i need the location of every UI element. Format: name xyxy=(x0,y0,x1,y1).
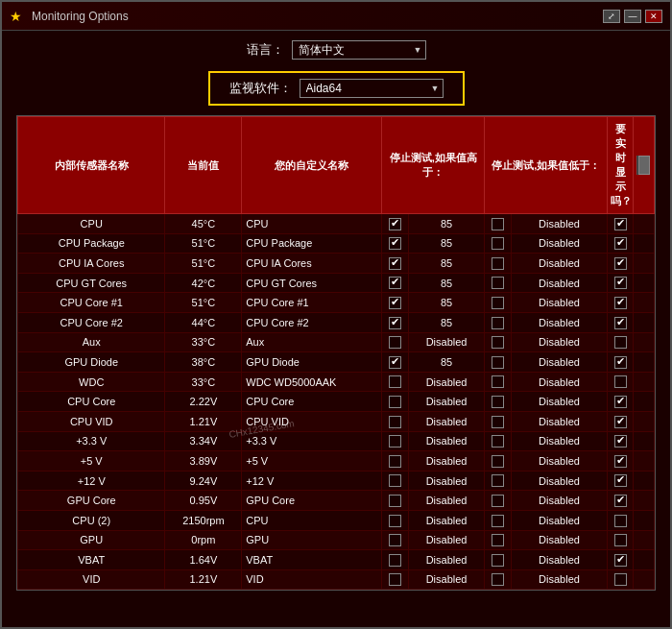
custom-name[interactable]: +12 V xyxy=(242,471,382,491)
realtime-cb[interactable] xyxy=(607,530,634,550)
checkbox[interactable] xyxy=(614,237,627,250)
realtime-cb[interactable] xyxy=(607,372,634,392)
stop-high-cb[interactable] xyxy=(382,293,409,313)
stop-low-cb[interactable] xyxy=(485,451,512,472)
custom-name[interactable]: CPU Core xyxy=(242,392,382,412)
stop-low-cb[interactable] xyxy=(485,214,512,234)
checkbox[interactable] xyxy=(614,375,627,388)
checkbox[interactable] xyxy=(492,277,504,289)
checkbox[interactable] xyxy=(389,257,401,270)
realtime-cb[interactable] xyxy=(607,352,634,373)
custom-name[interactable]: CPU xyxy=(242,214,382,234)
realtime-cb[interactable] xyxy=(607,510,634,530)
custom-name[interactable]: +3.3 V xyxy=(242,431,382,451)
checkbox[interactable] xyxy=(614,455,627,468)
checkbox[interactable] xyxy=(492,435,504,448)
checkbox[interactable] xyxy=(492,416,504,428)
checkbox[interactable] xyxy=(389,317,401,329)
custom-name[interactable]: WDC WD5000AAK xyxy=(242,372,382,392)
realtime-cb[interactable] xyxy=(607,254,634,274)
stop-high-cb[interactable] xyxy=(382,550,409,570)
checkbox[interactable] xyxy=(389,515,401,527)
stop-low-cb[interactable] xyxy=(485,491,512,511)
checkbox[interactable] xyxy=(389,474,401,487)
checkbox[interactable] xyxy=(492,495,504,507)
language-select[interactable]: 简体中文 xyxy=(292,40,426,60)
stop-high-cb[interactable] xyxy=(382,411,409,431)
stop-low-cb[interactable] xyxy=(485,510,512,530)
stop-low-cb[interactable] xyxy=(485,471,512,491)
stop-low-cb[interactable] xyxy=(485,392,512,412)
custom-name[interactable]: GPU xyxy=(242,530,382,550)
realtime-cb[interactable] xyxy=(607,312,634,332)
checkbox[interactable] xyxy=(389,435,401,448)
realtime-cb[interactable] xyxy=(607,569,634,590)
custom-name[interactable]: CPU Core #2 xyxy=(242,312,382,332)
stop-low-cb[interactable] xyxy=(485,293,512,313)
checkbox[interactable] xyxy=(492,396,504,408)
minimize-button[interactable]: — xyxy=(624,10,641,23)
custom-name[interactable]: VID xyxy=(242,569,382,590)
checkbox[interactable] xyxy=(389,416,401,428)
custom-name[interactable]: CPU Core #1 xyxy=(242,293,382,313)
realtime-cb[interactable] xyxy=(607,431,634,451)
checkbox[interactable] xyxy=(614,317,627,329)
stop-high-cb[interactable] xyxy=(382,312,409,332)
checkbox[interactable] xyxy=(614,356,627,369)
checkbox[interactable] xyxy=(614,336,627,349)
realtime-cb[interactable] xyxy=(607,550,634,570)
realtime-cb[interactable] xyxy=(607,451,634,472)
checkbox[interactable] xyxy=(614,573,627,586)
stop-high-cb[interactable] xyxy=(382,352,409,373)
stop-high-cb[interactable] xyxy=(382,254,409,274)
checkbox[interactable] xyxy=(492,336,504,349)
checkbox[interactable] xyxy=(492,218,504,230)
stop-low-cb[interactable] xyxy=(485,411,512,431)
checkbox[interactable] xyxy=(614,416,627,428)
checkbox[interactable] xyxy=(389,375,401,388)
custom-name[interactable]: GPU Core xyxy=(242,491,382,511)
checkbox[interactable] xyxy=(389,336,401,349)
checkbox[interactable] xyxy=(389,297,401,309)
custom-name[interactable]: CPU xyxy=(242,510,382,530)
stop-high-cb[interactable] xyxy=(382,530,409,550)
realtime-cb[interactable] xyxy=(607,392,634,412)
realtime-cb[interactable] xyxy=(607,273,634,293)
custom-name[interactable]: Aux xyxy=(242,332,382,352)
checkbox[interactable] xyxy=(614,495,627,507)
checkbox[interactable] xyxy=(492,534,504,546)
custom-name[interactable]: CPU Package xyxy=(242,233,382,254)
stop-high-cb[interactable] xyxy=(382,471,409,491)
checkbox[interactable] xyxy=(492,257,504,270)
checkbox[interactable] xyxy=(614,218,627,230)
stop-low-cb[interactable] xyxy=(485,372,512,392)
checkbox[interactable] xyxy=(389,534,401,546)
custom-name[interactable]: GPU Diode xyxy=(242,352,382,373)
checkbox[interactable] xyxy=(614,435,627,448)
checkbox[interactable] xyxy=(389,554,401,567)
close-button[interactable]: ✕ xyxy=(645,10,662,23)
stop-high-cb[interactable] xyxy=(382,372,409,392)
checkbox[interactable] xyxy=(614,297,627,309)
custom-name[interactable]: +5 V xyxy=(242,451,382,472)
stop-low-cb[interactable] xyxy=(485,273,512,293)
checkbox[interactable] xyxy=(492,554,504,567)
stop-high-cb[interactable] xyxy=(382,491,409,511)
custom-name[interactable]: CPU IA Cores xyxy=(242,254,382,274)
checkbox[interactable] xyxy=(614,554,627,567)
realtime-cb[interactable] xyxy=(607,293,634,313)
realtime-cb[interactable] xyxy=(607,233,634,254)
realtime-cb[interactable] xyxy=(607,214,634,234)
checkbox[interactable] xyxy=(389,356,401,369)
checkbox[interactable] xyxy=(389,455,401,468)
stop-low-cb[interactable] xyxy=(485,312,512,332)
stop-low-cb[interactable] xyxy=(485,352,512,373)
stop-high-cb[interactable] xyxy=(382,233,409,254)
checkbox[interactable] xyxy=(614,396,627,408)
custom-name[interactable]: CPU VID xyxy=(242,411,382,431)
checkbox[interactable] xyxy=(492,573,504,586)
checkbox[interactable] xyxy=(614,534,627,546)
stop-low-cb[interactable] xyxy=(485,431,512,451)
stop-low-cb[interactable] xyxy=(485,569,512,590)
checkbox[interactable] xyxy=(614,257,627,270)
